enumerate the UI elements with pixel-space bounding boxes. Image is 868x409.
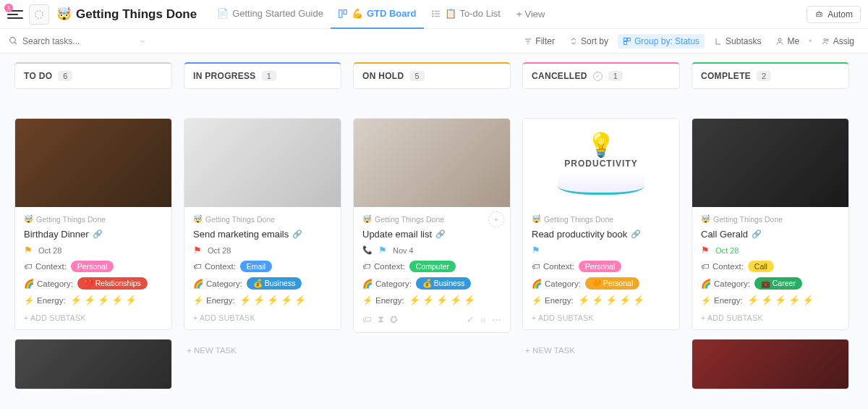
subtasks-button[interactable]: Subtasks bbox=[709, 34, 766, 49]
column-header[interactable]: IN PROGRESS 1 bbox=[184, 62, 341, 89]
context-field: 🏷 Context:Personal bbox=[24, 261, 163, 272]
task-card[interactable]: 💡 PRODUCTIVITY 🤯Getting Things Done Read… bbox=[522, 118, 680, 330]
column-todo: TO DO 6 🤯Getting Things Done Birthday Di… bbox=[14, 62, 172, 400]
task-card[interactable]: + 🤯Getting Things Done Update email list… bbox=[353, 118, 511, 333]
category-field: 🌈 Category:❤️ Relationships bbox=[24, 277, 163, 290]
tab-gtd-board[interactable]: 💪 GTD Board bbox=[331, 0, 424, 29]
search-input[interactable] bbox=[22, 36, 109, 46]
breadcrumb: 🤯Getting Things Done bbox=[532, 214, 671, 224]
page-title: 🤯 Getting Things Done bbox=[56, 7, 197, 22]
context-field: 🏷 Context:Computer bbox=[362, 261, 501, 272]
column-in-progress: IN PROGRESS 1 🤯Getting Things Done Send … bbox=[184, 62, 341, 400]
person-icon bbox=[775, 37, 784, 46]
add-view-button[interactable]: + View bbox=[508, 9, 554, 20]
phone-icon: 📞 bbox=[362, 245, 373, 255]
loading-icon[interactable] bbox=[29, 4, 49, 25]
filter-button[interactable]: Filter bbox=[519, 34, 560, 49]
column-header[interactable]: CANCELLED ✓ 1 bbox=[522, 62, 680, 89]
column-header[interactable]: COMPLETE 2 bbox=[692, 62, 849, 89]
card-image bbox=[354, 119, 510, 207]
category-field: 🌈 Category:🧡 Personal bbox=[532, 277, 671, 290]
task-card-stub[interactable] bbox=[692, 339, 849, 389]
sort-icon bbox=[569, 37, 578, 46]
me-button[interactable]: Me bbox=[770, 34, 804, 49]
card-title: Send marketing emails🔗 bbox=[193, 229, 332, 240]
assignee-button[interactable]: + bbox=[488, 211, 504, 227]
tab-label: GTD Board bbox=[367, 8, 417, 19]
tab-todo-list[interactable]: 📋 To-do List bbox=[424, 0, 508, 29]
flag-icon: ⚑ bbox=[378, 245, 387, 256]
svg-point-7 bbox=[432, 13, 433, 14]
task-card[interactable]: 🤯Getting Things Done Send marketing emai… bbox=[184, 118, 341, 330]
add-subtask-button[interactable]: + ADD SUBTASK bbox=[532, 311, 671, 322]
svg-rect-2 bbox=[344, 9, 346, 14]
muscle-icon: 💪 bbox=[352, 8, 363, 19]
breadcrumb: 🤯Getting Things Done bbox=[701, 214, 840, 224]
card-date: 📞 ⚑Nov 4 bbox=[362, 245, 501, 256]
card-date: ⚑Oct 28 bbox=[701, 245, 840, 256]
toolbar: Filter Sort by Group by: Status Subtasks… bbox=[0, 29, 868, 54]
tab-getting-started[interactable]: 📄 Getting Started Guide bbox=[210, 0, 331, 29]
filter-icon bbox=[524, 37, 532, 46]
card-title: Call Gerald🔗 bbox=[701, 229, 840, 240]
energy-field: ⚡ Energy:⚡⚡⚡⚡⚡ bbox=[362, 295, 501, 305]
tag-icon[interactable]: 🏷 bbox=[362, 314, 372, 325]
assignees-button[interactable]: Assig bbox=[817, 34, 859, 49]
search-box[interactable] bbox=[9, 36, 132, 46]
card-title: Read productivity book🔗 bbox=[532, 229, 671, 240]
card-date: ⚑Oct 28 bbox=[193, 245, 332, 256]
new-task-button[interactable]: + NEW TASK bbox=[522, 339, 680, 362]
task-card[interactable]: 🤯Getting Things Done Birthday Dinner🔗 ⚑O… bbox=[14, 118, 172, 330]
breadcrumb: 🤯Getting Things Done bbox=[24, 214, 163, 224]
card-image bbox=[184, 119, 341, 207]
card-title: Update email list🔗 bbox=[362, 229, 501, 240]
sort-button[interactable]: Sort by bbox=[564, 34, 613, 49]
svg-point-0 bbox=[35, 10, 43, 18]
svg-point-13 bbox=[10, 38, 16, 43]
star-icon[interactable]: ✪ bbox=[390, 314, 398, 325]
card-footer-icons: 🏷 ⧗ ✪ ✓ ○ ⋯ bbox=[362, 311, 501, 325]
column-header[interactable]: TO DO 6 bbox=[14, 62, 172, 89]
automations-button[interactable]: Autom bbox=[807, 6, 861, 23]
hourglass-icon[interactable]: ⧗ bbox=[378, 313, 384, 325]
svg-point-10 bbox=[818, 14, 819, 15]
svg-point-21 bbox=[778, 38, 781, 41]
card-image bbox=[15, 119, 171, 207]
app-header: 1 🤯 Getting Things Done 📄 Getting Starte… bbox=[0, 0, 868, 29]
circle-icon[interactable]: ○ bbox=[480, 314, 486, 325]
link-icon: 🔗 bbox=[93, 229, 103, 239]
add-subtask-button[interactable]: + ADD SUBTASK bbox=[24, 311, 163, 322]
add-subtask-button[interactable]: + ADD SUBTASK bbox=[701, 311, 840, 322]
svg-rect-19 bbox=[628, 38, 631, 41]
link-icon: 🔗 bbox=[631, 229, 641, 239]
task-card-stub[interactable] bbox=[14, 339, 172, 389]
menu-icon[interactable]: 1 bbox=[7, 7, 23, 22]
tab-label: To-do List bbox=[460, 8, 501, 19]
category-field: 🌈 Category:💰 Business bbox=[193, 277, 332, 290]
flag-icon: ⚑ bbox=[24, 245, 33, 256]
breadcrumb: 🤯Getting Things Done bbox=[193, 214, 332, 224]
check-icon[interactable]: ✓ bbox=[467, 314, 475, 325]
add-subtask-button[interactable]: + ADD SUBTASK bbox=[193, 311, 332, 322]
svg-point-6 bbox=[432, 10, 433, 11]
group-by-button[interactable]: Group by: Status bbox=[618, 34, 705, 49]
column-complete: COMPLETE 2 🤯Getting Things Done Call Ger… bbox=[692, 62, 849, 400]
flag-icon: ⚑ bbox=[193, 245, 202, 256]
svg-rect-1 bbox=[339, 9, 342, 17]
task-card[interactable]: 🤯Getting Things Done Call Gerald🔗 ⚑Oct 2… bbox=[692, 118, 849, 330]
svg-line-14 bbox=[14, 42, 17, 44]
subtasks-icon bbox=[714, 37, 723, 46]
energy-field: ⚡ Energy:⚡⚡⚡⚡⚡ bbox=[532, 295, 671, 305]
chevron-down-icon[interactable] bbox=[139, 38, 146, 45]
new-task-button[interactable]: + NEW TASK bbox=[184, 339, 341, 362]
more-icon[interactable]: ⋯ bbox=[492, 314, 501, 325]
link-icon: 🔗 bbox=[435, 229, 446, 239]
energy-field: ⚡ Energy:⚡⚡⚡⚡⚡ bbox=[24, 295, 163, 305]
context-field: 🏷 Context:Call bbox=[701, 261, 840, 272]
svg-rect-18 bbox=[624, 38, 627, 41]
category-field: 🌈 Category:💼 Career bbox=[701, 277, 840, 290]
category-field: 🌈 Category:💰 Business bbox=[362, 277, 501, 290]
plus-icon: + bbox=[516, 9, 522, 20]
column-header[interactable]: ON HOLD 5 bbox=[353, 62, 511, 89]
flag-icon: ⚑ bbox=[701, 245, 710, 256]
